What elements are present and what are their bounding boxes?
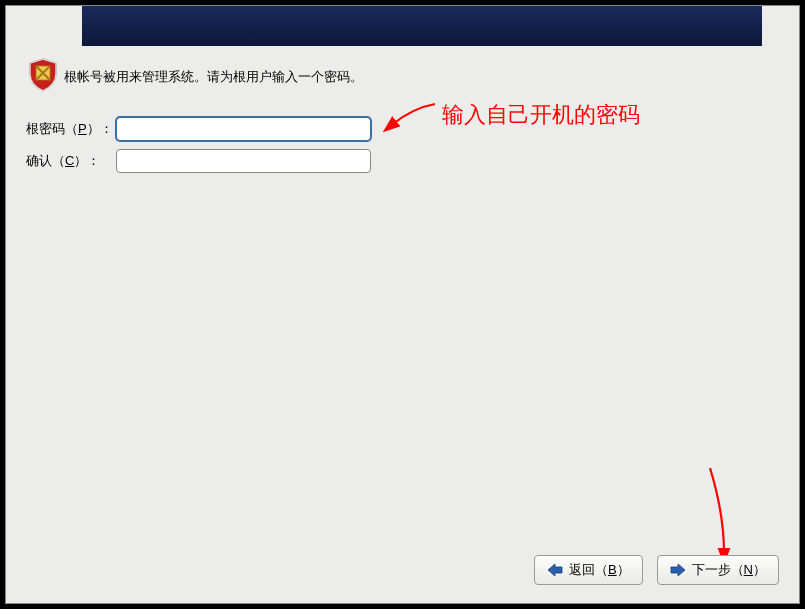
annotation-arrow-down-icon xyxy=(702,464,742,562)
back-button-label: 返回（B） xyxy=(569,561,630,579)
root-password-label: 根密码（P）： xyxy=(26,120,116,138)
next-button-label: 下一步（N） xyxy=(692,561,766,579)
footer-buttons: 返回（B） 下一步（N） xyxy=(534,555,779,585)
annotation-arrow-left-icon xyxy=(383,98,439,134)
root-password-row: 根密码（P）： xyxy=(26,116,371,142)
root-password-description: 根帐号被用来管理系统。请为根用户输入一个密码。 xyxy=(64,68,363,86)
confirm-password-input[interactable] xyxy=(116,149,371,173)
root-password-input[interactable] xyxy=(116,117,371,141)
installer-window: 根帐号被用来管理系统。请为根用户输入一个密码。 根密码（P）： 确认（C）： 输… xyxy=(5,5,800,604)
confirm-password-label: 确认（C）： xyxy=(26,152,116,170)
next-button[interactable]: 下一步（N） xyxy=(657,555,779,585)
arrow-right-icon xyxy=(670,563,686,577)
arrow-left-icon xyxy=(547,563,563,577)
shield-icon xyxy=(28,58,58,92)
header-banner xyxy=(82,6,762,46)
confirm-password-row: 确认（C）： xyxy=(26,148,371,174)
annotation-text: 输入自己开机的密码 xyxy=(442,100,640,130)
back-button[interactable]: 返回（B） xyxy=(534,555,643,585)
